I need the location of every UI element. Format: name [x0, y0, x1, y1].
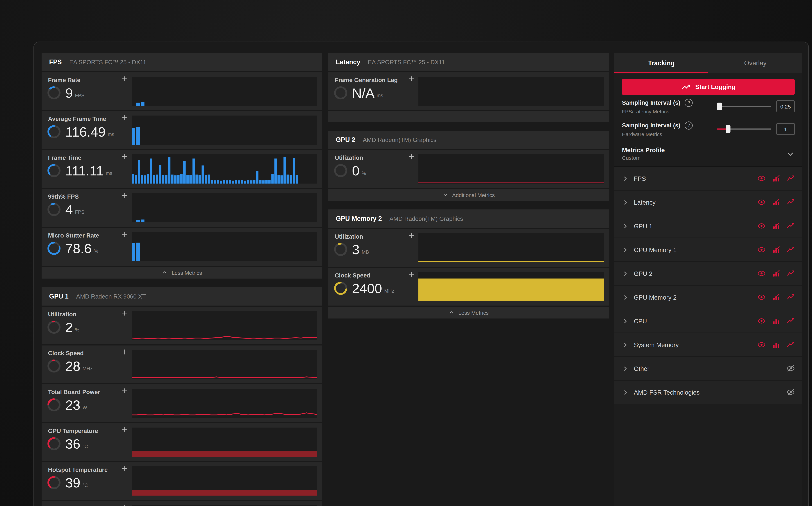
less-metrics-toggle[interactable]: Less Metrics: [42, 267, 322, 278]
visibility-eye-icon[interactable]: [757, 222, 765, 230]
metric-group-label: GPU Memory 1: [634, 247, 677, 253]
metric-sparkline: [418, 272, 603, 301]
trend-line-icon[interactable]: [787, 174, 795, 182]
add-metric-button[interactable]: [121, 231, 128, 238]
histogram-disabled-icon[interactable]: [772, 269, 780, 277]
metric-unit: °C: [82, 444, 88, 451]
tab-tracking[interactable]: Tracking: [615, 53, 708, 73]
metric-label: Hotspot Temperature: [42, 462, 132, 473]
metric-label: Frame Rate: [42, 72, 132, 83]
add-metric-button[interactable]: [121, 426, 128, 433]
help-icon[interactable]: ?: [685, 99, 693, 107]
visibility-eye-icon[interactable]: [757, 341, 765, 349]
histogram-disabled-icon[interactable]: [772, 198, 780, 206]
metric-group-row-system-memory[interactable]: System Memory: [615, 333, 802, 357]
trend-line-icon[interactable]: [787, 341, 795, 349]
metric-sparkline: [418, 233, 603, 262]
metric-unit: FPS: [75, 209, 85, 217]
metric-unit: ms: [377, 93, 383, 100]
histogram-icon[interactable]: [772, 341, 780, 349]
metric-label: Total Board Power: [42, 385, 132, 395]
visibility-eye-icon[interactable]: [757, 293, 765, 301]
add-metric-button[interactable]: [121, 114, 128, 121]
metric-group-row-latency[interactable]: Latency: [615, 190, 802, 214]
metric-sparkline: [418, 154, 603, 183]
sampling-value-field[interactable]: 0.25: [777, 100, 795, 112]
sampling-value-field[interactable]: 1: [777, 123, 795, 135]
visibility-off-eye-icon[interactable]: [787, 364, 795, 372]
gauge-icon: [334, 242, 348, 256]
metrics-profile-label: Metrics Profile: [622, 147, 786, 153]
start-logging-button[interactable]: Start Logging: [622, 79, 795, 95]
start-logging-label: Start Logging: [695, 84, 735, 90]
metric-group-row-gpu-memory-2[interactable]: GPU Memory 2: [615, 285, 802, 309]
help-icon[interactable]: ?: [685, 121, 693, 130]
sampling-interval-sublabel: FPS/Latency Metrics: [622, 108, 717, 114]
add-metric-button[interactable]: [408, 76, 415, 82]
sampling-slider-hw[interactable]: [717, 125, 771, 133]
less-metrics-toggle[interactable]: Less Metrics: [328, 307, 609, 319]
add-metric-button[interactable]: [121, 76, 128, 82]
histogram-icon[interactable]: [772, 317, 780, 325]
chevron-right-icon: [622, 389, 629, 396]
add-metric-button[interactable]: [121, 349, 128, 355]
sampling-slider-fps[interactable]: [717, 102, 771, 110]
slider-thumb[interactable]: [726, 125, 730, 133]
metric-unit: °C: [82, 483, 88, 490]
desktop-background: FPS EA SPORTS FC™ 25 - DX11 Frame Rate 9…: [0, 0, 812, 506]
histogram-disabled-icon[interactable]: [772, 246, 780, 254]
visibility-eye-icon[interactable]: [757, 269, 765, 277]
trend-line-icon[interactable]: [787, 293, 795, 301]
visibility-eye-icon[interactable]: [757, 246, 765, 254]
metric-group-label: FPS: [634, 175, 646, 182]
add-metric-button[interactable]: [121, 465, 128, 472]
metric-sparkline: [132, 193, 317, 223]
add-metric-button[interactable]: [121, 504, 128, 506]
trend-line-icon[interactable]: [787, 198, 795, 206]
metric-group-row-gpu1[interactable]: GPU 1: [615, 214, 802, 238]
metric-group-row-other[interactable]: Other: [615, 357, 802, 381]
add-metric-button[interactable]: [121, 153, 128, 160]
histogram-disabled-icon[interactable]: [772, 174, 780, 182]
add-metric-button[interactable]: [121, 310, 128, 316]
add-metric-button[interactable]: [121, 192, 128, 199]
slider-track[interactable]: [717, 106, 771, 107]
trend-line-icon[interactable]: [787, 269, 795, 277]
slider-thumb[interactable]: [717, 102, 722, 110]
visibility-eye-icon[interactable]: [757, 317, 765, 325]
latency-metrics-expander-bar[interactable]: [328, 111, 609, 122]
metric-group-row-amd-fsr[interactable]: AMD FSR Technologies: [615, 381, 802, 404]
tab-overlay[interactable]: Overlay: [708, 53, 802, 73]
metric-unit: ms: [106, 171, 112, 178]
gauge-icon: [334, 86, 348, 100]
tracking-panel: Tracking Overlay Start Logging Sampling …: [615, 53, 802, 506]
add-metric-button[interactable]: [121, 388, 128, 394]
metric-group-row-gpu-memory-1[interactable]: GPU Memory 1: [615, 238, 802, 262]
metrics-profile-dropdown[interactable]: Metrics Profile Custom: [615, 143, 802, 167]
section-header-gpu2: GPU 2 AMD Radeon(TM) Graphics: [328, 131, 609, 149]
metric-group-row-cpu[interactable]: CPU: [615, 309, 802, 333]
add-metric-button[interactable]: [408, 232, 415, 239]
histogram-disabled-icon[interactable]: [772, 293, 780, 301]
metric-group-row-fps[interactable]: FPS: [615, 167, 802, 190]
add-metric-button[interactable]: [408, 153, 415, 160]
section-subtitle: AMD Radeon RX 9060 XT: [76, 293, 146, 300]
metric-value: N/A: [352, 86, 375, 100]
gauge-icon: [334, 281, 348, 295]
add-metric-button[interactable]: [408, 271, 415, 277]
trend-line-icon[interactable]: [787, 222, 795, 230]
visibility-eye-icon[interactable]: [757, 198, 765, 206]
metric-group-label: AMD FSR Technologies: [634, 389, 700, 396]
trend-line-icon[interactable]: [787, 317, 795, 325]
metric-sparkline: [132, 77, 317, 106]
performance-metrics-window: FPS EA SPORTS FC™ 25 - DX11 Frame Rate 9…: [33, 41, 809, 506]
visibility-off-eye-icon[interactable]: [787, 388, 795, 396]
histogram-disabled-icon[interactable]: [772, 222, 780, 230]
section-subtitle: AMD Radeon(TM) Graphics: [390, 216, 463, 222]
metric-group-row-gpu2[interactable]: GPU 2: [615, 262, 802, 285]
trend-line-icon[interactable]: [787, 246, 795, 254]
additional-metrics-toggle[interactable]: Additional Metrics: [328, 189, 609, 201]
visibility-eye-icon[interactable]: [757, 174, 765, 182]
gauge-icon: [47, 202, 61, 217]
section-gpu-memory-2: GPU Memory 2 AMD Radeon(TM) Graphics Uti…: [328, 209, 609, 319]
